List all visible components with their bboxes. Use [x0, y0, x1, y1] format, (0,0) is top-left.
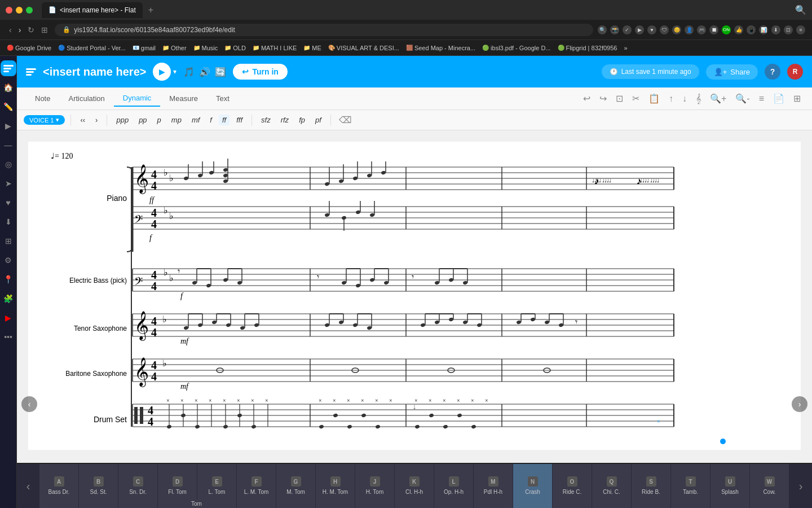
panel-next-button[interactable]: ›: [789, 464, 812, 508]
tab-text[interactable]: Text: [207, 91, 239, 106]
dynamic-pp-button[interactable]: pp: [135, 115, 150, 125]
last-save-indicator[interactable]: 🕐 Last save 1 minute ago: [602, 64, 699, 79]
flip-up-icon[interactable]: ↑: [667, 93, 676, 105]
forward-button[interactable]: ›: [16, 24, 24, 36]
browser-search-icon[interactable]: 🔍: [795, 5, 806, 15]
dynamic-fff-button[interactable]: fff: [233, 115, 246, 125]
sidebar-arrow-icon[interactable]: ➤: [1, 176, 16, 191]
inst-ride-b[interactable]: S Ride B.: [632, 464, 671, 508]
zoom-in-icon[interactable]: 🔍+: [708, 92, 729, 105]
inst-sd-st[interactable]: B Sd. St.: [79, 464, 118, 508]
tab-dynamic[interactable]: Dynamic: [114, 90, 161, 107]
prev-page-button[interactable]: ‹: [21, 396, 37, 412]
dynamic-ppp-button[interactable]: ppp: [113, 115, 132, 125]
browser-icon-15[interactable]: ⬇: [771, 25, 780, 34]
bookmark-ibsl3[interactable]: 🟢 ibsl3.pdf - Google D...: [482, 45, 550, 51]
inst-splash[interactable]: U Splash: [710, 464, 750, 508]
flat-logo-icon[interactable]: [1, 60, 16, 76]
bookmark-music[interactable]: 📁 Music: [193, 45, 218, 51]
dynamic-ff-button[interactable]: ff: [219, 115, 230, 125]
sidebar-edit-icon[interactable]: ✏️: [1, 99, 16, 115]
speaker-icon[interactable]: 🔊: [199, 67, 210, 77]
flip-down-icon[interactable]: ↓: [680, 93, 689, 105]
bookmark-seed-map[interactable]: 🟫 Seed Map - Minecra...: [406, 45, 475, 51]
inst-h-tom[interactable]: J H. Tom: [355, 464, 395, 508]
metronome-icon[interactable]: 🎵: [183, 67, 195, 77]
dynamic-p-button[interactable]: p: [154, 115, 165, 125]
dynamic-crescendo-button[interactable]: ›: [92, 115, 101, 125]
list-icon[interactable]: ≡: [757, 93, 766, 105]
dynamic-sfz-button[interactable]: sfz: [258, 115, 274, 125]
browser-icon-14[interactable]: 📊: [759, 25, 768, 34]
tab-note[interactable]: Note: [26, 91, 59, 106]
inst-m-tom[interactable]: G M. Tom: [276, 464, 316, 508]
browser-icon-13[interactable]: 📱: [747, 25, 756, 34]
browser-icon-16[interactable]: ⊡: [784, 25, 793, 34]
active-tab[interactable]: 📄 <insert name here> - Flat: [42, 2, 143, 18]
play-button[interactable]: ▶: [153, 63, 171, 81]
browser-icon-6[interactable]: 🛡: [660, 25, 669, 34]
browser-icon-7[interactable]: 😊: [672, 25, 681, 34]
inst-cow[interactable]: W Cow.: [750, 464, 789, 508]
browser-icon-2[interactable]: 📸: [610, 25, 619, 34]
loop-icon[interactable]: 🔄: [215, 67, 226, 77]
bookmark-google-drive[interactable]: 🔴 Google Drive: [7, 45, 51, 51]
sidebar-settings-icon[interactable]: ⚙: [1, 252, 16, 268]
turn-in-button[interactable]: ↩ Turn in: [233, 64, 287, 80]
user-avatar[interactable]: R: [787, 64, 803, 80]
browser-icon-12[interactable]: 👍: [734, 25, 743, 34]
dynamic-f-button[interactable]: f: [206, 115, 215, 125]
voice-icon[interactable]: 𝄞: [694, 93, 703, 105]
back-button[interactable]: ‹: [7, 24, 14, 36]
browser-icon-1[interactable]: 🔍: [598, 25, 607, 34]
tab-articulation[interactable]: Articulation: [59, 91, 113, 106]
dynamic-decrescendo-button[interactable]: ‹‹: [77, 115, 89, 125]
maximize-button[interactable]: [26, 7, 33, 14]
inst-hm-tom[interactable]: H H. M. Tom: [316, 464, 355, 508]
inst-ride-c[interactable]: O Ride C.: [553, 464, 592, 508]
url-bar[interactable]: 🔒 yis1924.flat.io/score/60135e84aaf80072…: [55, 24, 593, 36]
scroll-down-icon[interactable]: ↓: [413, 402, 417, 411]
dynamic-delete-button[interactable]: ⌫: [339, 115, 352, 125]
dynamic-mp-button[interactable]: mp: [168, 115, 185, 125]
sidebar-more-icon[interactable]: •••: [1, 329, 16, 345]
browser-icon-11[interactable]: ON: [722, 25, 731, 34]
inst-sn-dr[interactable]: C Sn. Dr.: [118, 464, 158, 508]
sidebar-home-icon[interactable]: 🏠: [1, 80, 16, 95]
sidebar-heart-icon[interactable]: ♥: [1, 195, 16, 211]
bookmark-visual-art[interactable]: 🎨 VISUAL ART & DESI...: [328, 45, 399, 51]
grid-view-button[interactable]: ⊞: [39, 24, 50, 36]
undo-icon[interactable]: ↩: [581, 92, 593, 105]
dynamic-rfz-button[interactable]: rfz: [277, 115, 292, 125]
inst-cl-hh[interactable]: K Cl. H-h: [395, 464, 434, 508]
bookmark-more[interactable]: »: [624, 45, 627, 51]
copy-icon[interactable]: ⊡: [614, 92, 625, 105]
bookmark-other[interactable]: 📁 Other: [162, 45, 187, 51]
voice-button[interactable]: VOICE 1 ▾: [24, 115, 65, 125]
sidebar-download-icon[interactable]: ⬇: [1, 214, 16, 230]
bookmark-flipgrid[interactable]: 🟢 Flipgrid | 832f0956: [558, 45, 617, 51]
inst-bass-dr[interactable]: A Bass Dr.: [39, 464, 79, 508]
bookmark-me[interactable]: 📁 ME: [303, 45, 321, 51]
inst-op-hh[interactable]: L Op. H-h: [434, 464, 474, 508]
refresh-button[interactable]: ↻: [25, 24, 37, 36]
help-button[interactable]: ?: [765, 64, 780, 80]
bookmark-gmail[interactable]: 📧 gmail: [133, 45, 156, 51]
inst-tamb[interactable]: T Tamb.: [671, 464, 710, 508]
sidebar-location-icon[interactable]: ◎: [1, 156, 16, 172]
next-page-button[interactable]: ›: [792, 396, 807, 412]
score-area[interactable]: ♩= 120 Piano: [17, 130, 812, 463]
cut-icon[interactable]: ✂: [630, 92, 642, 105]
bookmark-old[interactable]: 📁 OLD: [224, 45, 246, 51]
browser-icon-5[interactable]: ♥: [647, 25, 656, 34]
inst-chi-c[interactable]: Q Chi. C.: [592, 464, 632, 508]
inst-lm-tom[interactable]: F L. M. Tom: [237, 464, 276, 508]
close-button[interactable]: [6, 7, 12, 14]
browser-icon-10[interactable]: 🔲: [709, 25, 718, 34]
dynamic-mf-button[interactable]: mf: [188, 115, 203, 125]
dynamic-fp-button[interactable]: fp: [295, 115, 308, 125]
new-tab-button[interactable]: +: [145, 5, 157, 15]
browser-icon-8[interactable]: 👤: [685, 25, 694, 34]
play-dropdown-button[interactable]: ▾: [173, 68, 176, 76]
browser-icon-4[interactable]: ▶: [635, 25, 644, 34]
